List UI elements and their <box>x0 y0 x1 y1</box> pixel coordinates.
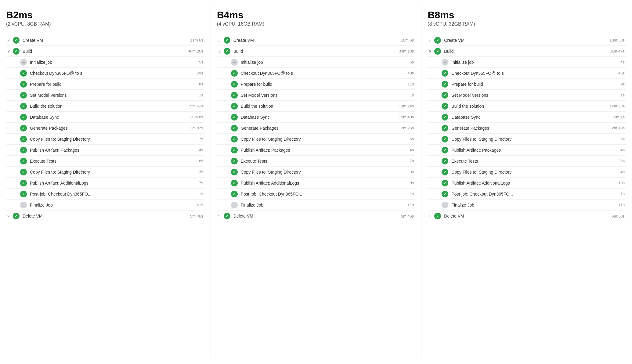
list-item[interactable]: ✓Prepare for build9s <box>428 79 626 90</box>
list-item[interactable]: ✓Publish Artifact: Packages4s <box>217 145 415 156</box>
job-name-label: Execute Tests <box>451 159 608 164</box>
list-item[interactable]: ∨✓Build33m 13s <box>217 46 415 57</box>
skipped-status-icon <box>231 202 238 208</box>
job-name-label: Create VM <box>23 38 186 43</box>
list-item[interactable]: ✓Copy Files to: Staging Directory4s <box>428 167 626 178</box>
chevron-down-icon[interactable]: ∨ <box>218 49 224 53</box>
list-item[interactable]: ✓Copy Files to: Staging Directory3s <box>6 167 204 178</box>
job-time-label: 15m 40s <box>397 115 414 119</box>
list-item[interactable]: ✓Generate Packages2m 19s <box>428 123 626 134</box>
list-item[interactable]: Initialize job5s <box>6 57 204 68</box>
list-item[interactable]: ✓Post-job: Checkout Dyn365FO...1s <box>6 189 204 200</box>
list-item[interactable]: ✓Post-job: Checkout Dyn365FO...1s <box>217 189 415 200</box>
list-item[interactable]: ✓Copy Files to: Staging Directory3s <box>217 167 415 178</box>
success-status-icon: ✓ <box>20 147 27 153</box>
success-status-icon: ✓ <box>20 191 27 197</box>
job-time-label: 3s <box>397 170 414 174</box>
job-name-label: Publish Artifact: Packages <box>451 148 608 153</box>
list-item[interactable]: ✓Prepare for build8s <box>6 79 204 90</box>
job-time-label: 1s <box>397 93 414 97</box>
list-item[interactable]: ✓Publish Artifact: AdditionalLogs13s <box>428 178 626 189</box>
chevron-right-icon[interactable]: › <box>218 214 224 218</box>
chevron-right-icon[interactable]: › <box>429 38 434 43</box>
list-item[interactable]: ✓Set Model Versions1s <box>217 90 415 101</box>
job-time-label: 6s <box>397 137 414 141</box>
chevron-right-icon[interactable]: › <box>429 214 434 218</box>
job-name-label: Copy Files to: Staging Directory <box>241 170 397 175</box>
success-status-icon: ✓ <box>20 169 27 175</box>
list-item[interactable]: Initialize job4s <box>428 57 626 68</box>
chevron-right-icon[interactable]: › <box>218 38 224 43</box>
job-time-label: 3s <box>186 170 203 174</box>
job-name-label: Initialize job <box>451 60 608 65</box>
list-item[interactable]: ✓Build the solution15m 51s <box>6 101 204 112</box>
list-item[interactable]: ✓Build the solution13m 24s <box>217 101 415 112</box>
list-item[interactable]: ✓Copy Files to: Staging Directory5s <box>428 134 626 145</box>
list-item[interactable]: ✓Execute Tests26s <box>428 156 626 167</box>
list-item[interactable]: ✓Execute Tests8s <box>6 156 204 167</box>
job-time-label: 1s <box>186 93 203 97</box>
list-item[interactable]: Finalize Job<1s <box>217 200 415 211</box>
skipped-status-icon <box>20 59 27 66</box>
list-item[interactable]: ✓Checkout Dyn365FO@ to s48s <box>217 68 415 79</box>
job-time-label: 59s <box>186 71 203 75</box>
job-name-label: Build the solution <box>451 104 608 109</box>
job-name-label: Execute Tests <box>241 159 397 164</box>
list-item[interactable]: ✓Database Sync15m 40s <box>217 112 415 123</box>
job-name-label: Create VM <box>233 38 397 43</box>
job-time-label: 1s <box>397 192 414 196</box>
job-time-label: 33m 13s <box>397 49 414 53</box>
success-status-icon: ✓ <box>13 37 20 44</box>
list-item[interactable]: ✓Generate Packages2m 37s <box>6 123 204 134</box>
success-status-icon: ✓ <box>20 70 27 77</box>
list-item[interactable]: ✓Publish Artifact: AdditionalLogs7s <box>6 178 204 189</box>
list-item[interactable]: ›✓Create VM10m 38s <box>428 35 626 46</box>
list-item[interactable]: ✓Copy Files to: Staging Directory6s <box>217 134 415 145</box>
list-item[interactable]: ✓Prepare for build11s <box>217 79 415 90</box>
list-item[interactable]: ›✓Delete VM5m 46s <box>217 211 415 222</box>
list-item[interactable]: ✓Execute Tests7s <box>217 156 415 167</box>
column-b4ms: B4ms(4 vCPU, 16GB RAM)›✓Create VM10m 6s∨… <box>211 6 422 358</box>
job-time-label: <1s <box>397 203 414 207</box>
list-item[interactable]: ✓Publish Artifact: Packages4s <box>6 145 204 156</box>
success-status-icon: ✓ <box>434 48 441 55</box>
list-item[interactable]: ›✓Delete VM5m 46s <box>6 211 204 222</box>
list-item[interactable]: ✓Set Model Versions1s <box>6 90 204 101</box>
list-item[interactable]: ›✓Delete VM5m 50s <box>428 211 626 222</box>
list-item[interactable]: ✓Generate Packages2m 26s <box>217 123 415 134</box>
list-item[interactable]: ✓Post-job: Checkout Dyn365FO...1s <box>428 189 626 200</box>
job-name-label: Publish Artifact: AdditionalLogs <box>451 181 608 186</box>
chevron-right-icon[interactable]: › <box>7 38 13 43</box>
list-item[interactable]: ✓Publish Artifact: AdditionalLogs9s <box>217 178 415 189</box>
chevron-down-icon[interactable]: ∨ <box>7 49 13 53</box>
list-item[interactable]: Initialize job6s <box>217 57 415 68</box>
job-name-label: Set Model Versions <box>451 93 608 98</box>
list-item[interactable]: ✓Database Sync15m 1s <box>428 112 626 123</box>
list-item[interactable]: ✓Checkout Dyn365FO@ to s45s <box>428 68 626 79</box>
success-status-icon: ✓ <box>231 70 238 77</box>
job-time-label: 40m 26s <box>186 49 203 53</box>
list-item[interactable]: Finalize Job<1s <box>428 200 626 211</box>
job-name-label: Post-job: Checkout Dyn365FO... <box>241 192 397 196</box>
list-item[interactable]: ✓Copy Files to: Staging Directory7s <box>6 134 204 145</box>
list-item[interactable]: ›✓Create VM11m 6s <box>6 35 204 46</box>
success-status-icon: ✓ <box>442 114 448 121</box>
success-status-icon: ✓ <box>442 158 448 164</box>
list-item[interactable]: ›✓Create VM10m 6s <box>217 35 415 46</box>
chevron-down-icon[interactable]: ∨ <box>429 49 434 53</box>
list-item[interactable]: ∨✓Build31m 47s <box>428 46 626 57</box>
list-item[interactable]: ✓Build the solution12m 28s <box>428 101 626 112</box>
success-status-icon: ✓ <box>231 81 238 88</box>
job-name-label: Prepare for build <box>30 82 186 87</box>
job-name-label: Generate Packages <box>451 126 608 131</box>
list-item[interactable]: Finalize Job<1s <box>6 200 204 211</box>
success-status-icon: ✓ <box>434 37 441 44</box>
list-item[interactable]: ✓Publish Artifact: Packages4s <box>428 145 626 156</box>
list-item[interactable]: ✓Set Model Versions1s <box>428 90 626 101</box>
job-name-label: Database Sync <box>30 115 186 120</box>
list-item[interactable]: ✓Database Sync20m 8s <box>6 112 204 123</box>
job-time-label: 1s <box>608 93 625 97</box>
list-item[interactable]: ∨✓Build40m 26s <box>6 46 204 57</box>
list-item[interactable]: ✓Checkout Dyn365FO@ to s59s <box>6 68 204 79</box>
chevron-right-icon[interactable]: › <box>7 214 13 218</box>
